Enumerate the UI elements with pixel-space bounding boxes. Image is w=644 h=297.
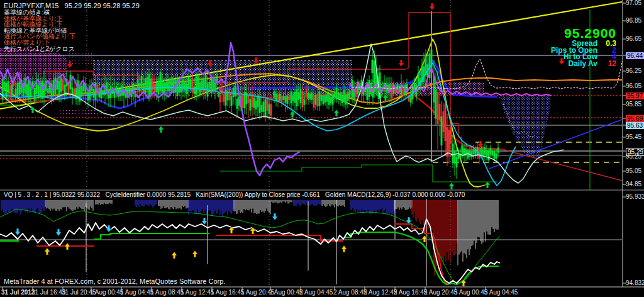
price-axis-label: 95.63: [626, 122, 644, 129]
price-axis-label: 96.05: [626, 83, 641, 89]
quote-row: Daily Av12: [527, 60, 616, 67]
time-axis-label: 3 Aug 04:45: [484, 289, 518, 296]
time-axis-label: 2 Aug 20:45: [424, 289, 457, 296]
quote-panel: 95.2900 Spread0.3Pips to Open2Hi to Low4…: [527, 26, 616, 67]
price-axis-label: 95.97: [626, 92, 644, 99]
time-axis-label: 2 Aug 12:45: [364, 289, 397, 296]
indicator-header: VQ | 5 . 3 . 2 . 1 | 95.0322 95.0322 Cyc…: [4, 191, 465, 198]
time-axis-label: 1 Aug 16:45: [211, 289, 244, 296]
price-axis-label: 97.05: [626, 0, 641, 6]
price-axis-label: 95.69: [626, 115, 644, 122]
price-axis-label: 96.25: [626, 68, 641, 74]
ichimoku-signal-list: 基準線の傾き:横価格が基準線より:下価格が転換線より:下転換線と基準線が同値遅行…: [4, 9, 75, 52]
price-axis-label: 95.9333: [626, 194, 644, 200]
quote-rows: Spread0.3Pips to Open2Hi to Low4Daily Av…: [527, 40, 616, 67]
price-axis-label: 96.44: [626, 52, 644, 59]
time-axis-label: 1 Aug 08:45: [150, 289, 184, 296]
cloud-magenta-blob: [58, 108, 105, 116]
time-axis-label: 31 Jul 2012: [1, 289, 35, 296]
price-axis-label: 95.45: [626, 134, 641, 140]
mt4-chart-window: EURJPYFXF,M15 95.29 95.29 95.28 95.29 基準…: [0, 0, 644, 297]
price-axis-label: 95.25: [626, 154, 641, 160]
time-axis-label: 2 Aug 16:45: [394, 289, 427, 296]
quote-row-label: Daily Av: [527, 60, 597, 67]
copyright-text: MetaTrader 4 at FOREX.com, c 2001-2012, …: [4, 277, 225, 285]
price-axis-label: 95.85: [626, 101, 641, 108]
time-axis-label: 31 Jul 16:45: [31, 289, 66, 296]
time-axis-label: 1 Aug 00:45: [90, 289, 123, 296]
price-axis-label: 94.8327: [626, 280, 644, 286]
time-axis-label: 2 Aug 08:45: [333, 289, 367, 296]
price-axis-label: 96.85: [626, 18, 641, 24]
price-axis-label: 95.05: [626, 168, 641, 174]
price-axis-label: 94.85: [626, 181, 641, 188]
time-axis-label: 1 Aug 04:45: [120, 289, 153, 296]
quote-row-value: 12: [597, 60, 616, 67]
time-axis-label: 3 Aug 00:45: [454, 289, 487, 296]
time-axis-label: 1 Aug 12:45: [180, 289, 214, 296]
time-axis-label: 2 Aug 00:45: [269, 289, 303, 296]
time-axis-label: 2 Aug 04:45: [299, 289, 333, 296]
current-price: 95.2900: [527, 26, 616, 40]
price-axis-label: 96.65: [626, 36, 641, 42]
ichimoku-signal-line: 先行スパン1と2がクロス: [4, 46, 75, 52]
